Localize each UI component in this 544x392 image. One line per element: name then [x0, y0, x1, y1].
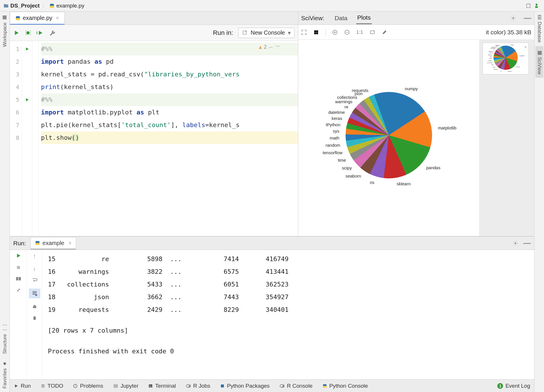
status-python-packages[interactable]: Python Packages [220, 383, 270, 389]
chevron-up-icon[interactable]: ︿ [269, 43, 274, 50]
svg-rect-30 [323, 386, 327, 388]
svg-rect-14 [17, 266, 20, 269]
status-r-console[interactable]: RR Console [279, 383, 313, 389]
tab-data[interactable]: Data [333, 12, 348, 24]
chevron-down-icon[interactable]: ﹀ [275, 43, 281, 50]
layout-icon[interactable] [16, 276, 21, 281]
breadcrumb-project[interactable]: DS_Project [3, 3, 40, 9]
status-jupyter[interactable]: Jupyter [113, 383, 138, 389]
trash-icon[interactable] [32, 315, 37, 321]
zoom-out-icon[interactable] [344, 29, 350, 35]
close-icon[interactable]: × [56, 15, 59, 21]
run-tab-example[interactable]: example × [31, 237, 76, 249]
svg-text:!: ! [75, 385, 76, 387]
rerun-icon[interactable] [16, 253, 21, 259]
breadcrumb-file[interactable]: example.py [49, 3, 84, 9]
run-cell-icon[interactable] [13, 30, 20, 36]
scratch-file-icon[interactable] [524, 2, 532, 10]
code-line[interactable]: import matplotlib.pyplot as plt [41, 106, 298, 119]
console-row: 17 collections 5433 ... 6051 362523 [48, 278, 528, 291]
minimize-icon[interactable]: — [523, 239, 531, 248]
plot-canvas[interactable]: numpymatplotlibpandassklearnosseabornsci… [298, 40, 479, 236]
code-line[interactable]: #%% [41, 93, 298, 106]
deploy-icon[interactable] [532, 2, 541, 10]
status-terminal[interactable]: Terminal [148, 383, 176, 389]
new-console-icon [242, 30, 248, 36]
status-event-log[interactable]: 1 Event Log [497, 383, 530, 389]
zoom-in-icon[interactable] [332, 29, 338, 35]
export-icon[interactable] [369, 29, 375, 35]
grid-icon[interactable] [313, 29, 319, 35]
status-item-label: Terminal [155, 383, 176, 389]
console-exit: Process finished with exit code 0 [48, 345, 528, 358]
print-icon[interactable] [32, 304, 37, 309]
color-picker-icon[interactable] [382, 29, 387, 35]
tool-database[interactable]: 🗄 Database [535, 12, 543, 46]
console-row: 15 re 5898 ... 7414 416749 [48, 253, 528, 265]
status-run[interactable]: Run [14, 383, 31, 389]
run-side-nav: ↑ ↓ [27, 250, 42, 379]
tool-sciview[interactable]: ▦ SciView [535, 46, 543, 78]
down-icon[interactable]: ↓ [33, 265, 36, 272]
soft-wrap-icon[interactable] [31, 278, 38, 283]
svg-rect-15 [16, 277, 18, 280]
tool-favorites[interactable]: Favorites ★ [1, 357, 9, 392]
svg-rect-26 [221, 384, 224, 387]
plot-thumbnail[interactable]: numpymatplotlibpandassklearnosseabornsci… [483, 43, 529, 74]
status-python-console[interactable]: Python Console [322, 383, 368, 389]
run-in-combo[interactable]: New Console ▾ [238, 28, 294, 38]
editor-tab-example[interactable]: example.py × [10, 12, 65, 24]
run-with-params-icon[interactable]: I [36, 30, 44, 36]
status-r-jobs[interactable]: RR Jobs [186, 383, 210, 389]
pie-label: matplotlib [519, 55, 525, 56]
code-line[interactable]: plt.show() [41, 131, 298, 144]
code-line[interactable]: plt.pie(kernel_stats['total_count'], lab… [41, 119, 298, 131]
run-cell-arrow-icon[interactable] [22, 93, 32, 106]
debug-cell-icon[interactable] [25, 30, 31, 36]
fit-icon[interactable] [301, 29, 307, 35]
close-icon[interactable]: × [68, 240, 72, 246]
up-icon[interactable]: ↑ [33, 253, 36, 259]
pie-chart [494, 46, 518, 70]
console-row: 16 warnings 3822 ... 6575 413441 [48, 265, 528, 278]
plot-thumbnail-column: numpymatplotlibpandassklearnosseabornsci… [479, 40, 534, 236]
tab-plots[interactable]: Plots [356, 12, 372, 24]
svg-rect-23 [149, 384, 152, 387]
code-lines[interactable]: ▲ 2 ︿ ﹀ #%%import pandas as pdkernel_sta… [39, 41, 298, 236]
pie-label: seaborn [494, 69, 498, 70]
svg-text:R: R [282, 385, 284, 387]
pin-icon[interactable] [16, 287, 21, 293]
minimize-icon[interactable]: — [524, 14, 531, 22]
code-line[interactable]: print(kernel_stats) [41, 81, 298, 93]
code-area[interactable]: 12345678 ▲ 2 ︿ ﹀ #%%import pandas as pdk… [10, 41, 298, 236]
settings-wrench-icon[interactable] [49, 30, 55, 36]
breadcrumb-bar: DS_Project 〉 example.py [0, 0, 544, 12]
tool-workspace[interactable]: Workspace ▦ [1, 12, 9, 50]
run-in-value: New Console [251, 29, 285, 36]
code-line[interactable]: import pandas as pd [41, 55, 298, 68]
stop-icon[interactable] [16, 265, 21, 270]
pie-label: sys [333, 129, 339, 133]
pie-label: sklearn [397, 181, 410, 186]
scroll-to-end-icon[interactable] [29, 289, 40, 298]
favorites-label: Favorites [2, 368, 8, 389]
console-output[interactable]: 15 re 5898 ... 7414 41674916 warnings 38… [42, 250, 534, 379]
inspection-indicator[interactable]: ▲ 2 ︿ ﹀ [259, 43, 281, 50]
run-cell-arrow-icon[interactable] [22, 43, 32, 55]
status-todo[interactable]: TODO [41, 383, 63, 389]
pie-label: collections [337, 95, 357, 100]
structure-label: Structure [2, 334, 8, 354]
left-tool-strip: Workspace ▦ Structure ⋮⋮ Favorites ★ [0, 12, 10, 392]
gear-icon[interactable] [512, 240, 519, 246]
pie-label: time [492, 64, 494, 65]
run-header: Run: example × — [10, 237, 534, 250]
problems-icon: ! [73, 384, 78, 388]
close-icon[interactable]: × [524, 45, 527, 49]
code-line[interactable]: kernel_stats = pd.read_csv("libraries_by… [41, 68, 298, 81]
status-problems[interactable]: !Problems [73, 383, 103, 389]
chevron-down-icon: ▾ [288, 29, 291, 36]
pie-label: warnings [491, 48, 496, 49]
gear-icon[interactable] [510, 15, 516, 21]
one-to-one-icon[interactable]: 1:1 [356, 29, 363, 35]
tool-structure[interactable]: Structure ⋮⋮ [1, 319, 9, 357]
